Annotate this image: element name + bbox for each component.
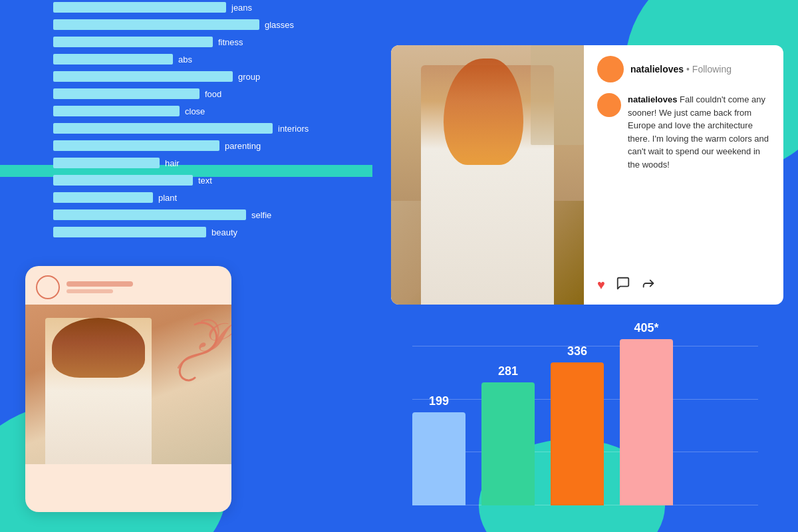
post-body: Fall couldn't come any sooner! We just c… (628, 94, 769, 170)
bar-row: selfie (53, 207, 309, 222)
bar-row: group (53, 69, 309, 84)
bar-fill (53, 19, 259, 30)
bar-fill (53, 71, 233, 82)
post-text: natalieloves Fall couldn't come any soon… (628, 93, 770, 171)
phone-hair (52, 318, 145, 378)
bar-row: hair (53, 156, 309, 170)
bar-fill (53, 175, 193, 186)
bar-label: food (205, 89, 221, 99)
bar-row: interiors (53, 121, 309, 136)
bar-column: 405* (620, 321, 673, 505)
horizontal-bar-chart: jeansglassesfitnessabsgroupfoodcloseinte… (53, 0, 309, 242)
bar-fill (53, 158, 160, 168)
bar-label: selfie (251, 210, 271, 220)
bar-fill (53, 227, 206, 237)
bar-label: hair (165, 158, 180, 168)
phone-top-bar (25, 266, 231, 305)
action-bar[interactable]: ♥ (597, 263, 770, 294)
share-icon[interactable] (641, 276, 656, 294)
post-avatar (597, 93, 621, 117)
instagram-content-panel: natalieloves • Following natalieloves Fa… (584, 45, 783, 305)
swirl-svg (142, 311, 228, 391)
bar-col-fill (551, 362, 604, 505)
instagram-card: natalieloves • Following natalieloves Fa… (391, 45, 783, 305)
bar-col-fill (620, 339, 673, 505)
phone-username-line2 (66, 289, 113, 293)
bar-fill (53, 123, 273, 134)
bar-fill (53, 192, 153, 203)
phone-username-line (66, 281, 133, 287)
phone-mockup: 𝒮 (25, 266, 231, 512)
bar-row: jeans (53, 0, 309, 15)
bar-label: fitness (218, 37, 243, 47)
bar-col-fill (412, 412, 466, 505)
post-row: natalieloves Fall couldn't come any soon… (597, 93, 770, 171)
bar-label: jeans (231, 3, 252, 13)
user-avatar (597, 56, 624, 82)
bar-row: abs (53, 52, 309, 66)
instagram-post-image (391, 45, 584, 305)
bar-fill (53, 106, 180, 116)
bar-col-fill (481, 382, 535, 505)
heart-icon[interactable]: ♥ (597, 277, 605, 293)
bar-label: interiors (278, 124, 309, 134)
phone-person (45, 318, 152, 464)
bar-row: fitness (53, 35, 309, 49)
bar-label: group (238, 72, 260, 82)
bar-row: parenting (53, 138, 309, 153)
phone-avatar (36, 275, 60, 299)
bar-row: plant (53, 190, 309, 205)
bar-row: glasses (53, 17, 309, 32)
bar-value-label: 199 (429, 394, 449, 408)
bar-label: glasses (265, 20, 294, 30)
bar-row: food (53, 86, 309, 101)
bar-value-label: 336 (567, 344, 587, 358)
bar-label: abs (178, 55, 192, 65)
bar-label: text (198, 176, 212, 186)
following-label: • Following (686, 64, 732, 74)
bar-fill (53, 37, 213, 47)
building-bg (531, 45, 584, 145)
bar-column: 281 (481, 364, 535, 505)
bar-row: text (53, 173, 309, 188)
bar-label: parenting (225, 141, 261, 151)
bar-fill (53, 2, 226, 13)
bar-label: beauty (211, 227, 237, 237)
phone-image-area: 𝒮 (25, 305, 231, 464)
bar-row: close (53, 104, 309, 118)
username-following: natalieloves • Following (630, 64, 732, 74)
bar-label: close (185, 106, 205, 116)
bar-fill (53, 88, 200, 99)
bar-column: 336 (551, 344, 604, 505)
comment-icon[interactable] (616, 276, 630, 294)
bar-column: 199 (412, 394, 466, 505)
bar-value-label: 281 (498, 364, 518, 378)
bar-row: beauty (53, 225, 309, 239)
username: natalieloves (630, 64, 684, 74)
bar-value-label: 405* (634, 321, 658, 335)
instagram-header: natalieloves • Following (597, 56, 770, 82)
bar-fill (53, 54, 173, 65)
bar-label: plant (158, 193, 177, 203)
bar-fill (53, 209, 246, 220)
vertical-bar-chart: 199281336405* (372, 346, 798, 532)
bar-fill (53, 140, 219, 151)
